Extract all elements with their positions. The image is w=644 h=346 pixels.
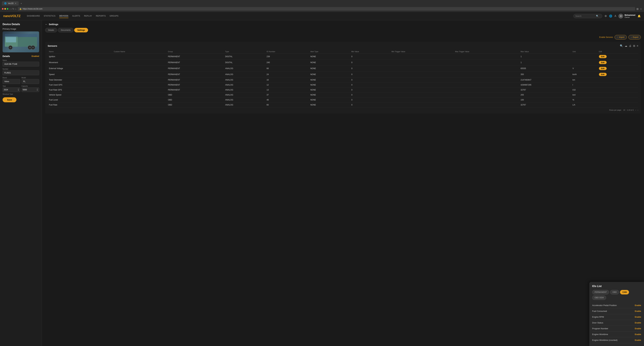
columns-icon[interactable]: ⊞ bbox=[633, 44, 635, 47]
cell-min-value: 0 bbox=[350, 54, 390, 60]
cell-max-value: 1 bbox=[520, 54, 571, 60]
cell-max-trigger bbox=[454, 93, 520, 98]
cell-unit: km/h bbox=[571, 72, 598, 78]
number-input[interactable] bbox=[2, 70, 39, 75]
forward-browser-btn[interactable]: › bbox=[11, 8, 12, 10]
cell-custom-name bbox=[112, 54, 167, 60]
edit-button[interactable]: Edit bbox=[599, 55, 607, 58]
home-btn[interactable]: ⌂ bbox=[15, 8, 16, 10]
bookmark-btn[interactable]: ☆ bbox=[640, 8, 642, 11]
cell-group: PERMANENT bbox=[167, 54, 224, 60]
minimize-window-btn[interactable] bbox=[4, 8, 6, 10]
user-info: M Mohammed Owner bbox=[618, 14, 635, 19]
nav-replay[interactable]: REPLAY bbox=[84, 14, 92, 18]
year-down-btn[interactable]: ▼ bbox=[18, 90, 19, 91]
browser-nav-btns: ‹ › ↻ ⌂ bbox=[10, 8, 16, 10]
ios-tab-obd-oem[interactable]: OBD OEM bbox=[592, 295, 606, 300]
ios-enable-button[interactable]: Enable bbox=[635, 327, 641, 330]
cell-min-trigger bbox=[390, 60, 454, 66]
maximize-window-btn[interactable] bbox=[7, 8, 8, 10]
notification-icon[interactable]: 🔔 bbox=[638, 15, 641, 18]
cell-unit: L/h bbox=[571, 102, 598, 107]
cell-type: ANALOG bbox=[224, 93, 265, 98]
ios-enable-button[interactable]: Enable bbox=[635, 339, 641, 341]
ios-enable-button[interactable]: Enable bbox=[635, 333, 641, 335]
ios-tab-permanent[interactable]: PERMANENT bbox=[592, 290, 609, 294]
translate-icon[interactable]: A bbox=[614, 15, 616, 18]
cell-group: OBD bbox=[167, 102, 224, 107]
traffic-lights bbox=[2, 8, 8, 10]
nav-dashboard[interactable]: DASHBOARD bbox=[27, 14, 40, 18]
capacity-down-btn[interactable]: ▼ bbox=[36, 90, 38, 91]
edit-button[interactable]: Edit bbox=[599, 61, 607, 64]
year-input-wrap[interactable]: ▲ ▼ bbox=[2, 88, 20, 92]
year-stepper[interactable]: ▲ ▼ bbox=[18, 88, 19, 91]
new-tab-btn[interactable]: + bbox=[19, 2, 23, 5]
print-icon[interactable]: 🖨 bbox=[629, 45, 632, 47]
tab-settings[interactable]: Settings bbox=[74, 28, 88, 32]
ios-tab-can[interactable]: CAN bbox=[620, 290, 629, 294]
capacity-stepper[interactable]: ▲ ▼ bbox=[36, 88, 38, 91]
tab-close-btn[interactable]: ✕ bbox=[15, 2, 16, 5]
import-button[interactable]: ↑ Import bbox=[614, 35, 627, 40]
export-button[interactable]: ↓ Export bbox=[628, 35, 641, 40]
back-settings-btn[interactable]: ← Settings bbox=[45, 23, 641, 26]
prev-page-btn[interactable]: ‹ bbox=[636, 109, 636, 111]
extensions-btn[interactable]: ⊞ bbox=[636, 8, 638, 11]
col-group: Group bbox=[167, 50, 224, 54]
ios-enable-button[interactable]: Enable bbox=[635, 310, 641, 312]
nav-alerts[interactable]: ALERTS bbox=[72, 14, 80, 18]
cell-max-trigger bbox=[454, 60, 520, 66]
details-title: Details bbox=[2, 55, 10, 58]
next-page-btn[interactable]: › bbox=[638, 109, 638, 111]
search-bar[interactable]: 🔍 bbox=[573, 14, 602, 18]
address-bar[interactable]: 🔒 https://www.vec3d.com bbox=[18, 7, 635, 11]
cell-custom-name bbox=[112, 102, 167, 107]
col-type: Type bbox=[224, 50, 265, 54]
nav-reports[interactable]: REPORTS bbox=[96, 14, 106, 18]
table-row: External Voltage PERMANENT ANALOG 66 NON… bbox=[48, 66, 638, 72]
back-browser-btn[interactable]: ‹ bbox=[10, 8, 10, 10]
cloud-icon[interactable]: ☁ bbox=[625, 44, 627, 47]
browser-tab[interactable]: 🌐 Vec3D ✕ bbox=[2, 1, 19, 6]
edit-button[interactable]: Edit bbox=[599, 73, 607, 76]
ios-tab-obd[interactable]: OBD bbox=[610, 290, 619, 294]
refresh-btn[interactable]: ↻ bbox=[12, 8, 14, 10]
save-button[interactable]: Save bbox=[2, 97, 16, 102]
settings-icon[interactable]: ⚙ bbox=[604, 15, 607, 18]
enable-sensors-link[interactable]: Enable Senores bbox=[599, 36, 613, 38]
model-input[interactable] bbox=[22, 79, 39, 84]
nav-groups[interactable]: GROUPS bbox=[110, 14, 118, 18]
cell-unit: km/ bbox=[571, 93, 598, 98]
cell-unit: V bbox=[571, 66, 598, 72]
nav-statistics[interactable]: STATISTICS bbox=[44, 14, 56, 18]
close-window-btn[interactable] bbox=[2, 8, 4, 10]
year-input[interactable] bbox=[4, 89, 14, 91]
ios-enable-button[interactable]: Enable bbox=[635, 316, 641, 318]
search-input[interactable] bbox=[576, 15, 595, 17]
edit-button[interactable]: Edit bbox=[599, 67, 607, 70]
filter-icon[interactable]: ≡ bbox=[637, 45, 638, 47]
nav-devices[interactable]: DEVICES bbox=[59, 14, 68, 18]
cell-edit bbox=[598, 102, 638, 107]
cell-max-value: 4294967295 bbox=[520, 83, 571, 88]
ios-item-name: Accelerator Pedal Position bbox=[592, 304, 617, 306]
capacity-input[interactable] bbox=[23, 89, 34, 91]
capacity-input-wrap[interactable]: ▲ ▼ bbox=[22, 88, 39, 92]
tab-documents[interactable]: Documents bbox=[58, 28, 74, 32]
cell-type: ANALOG bbox=[224, 88, 265, 93]
ios-item-name: Program Number bbox=[592, 327, 608, 330]
ios-enable-button[interactable]: Enable bbox=[635, 322, 641, 324]
name-input[interactable] bbox=[2, 62, 39, 67]
brand-input[interactable] bbox=[2, 79, 20, 84]
ios-enable-button[interactable]: Enable bbox=[635, 304, 641, 306]
tab-details[interactable]: Details bbox=[45, 28, 57, 32]
cell-group: PERMANENT bbox=[167, 72, 224, 78]
cell-max-trigger bbox=[454, 66, 520, 72]
globe-icon[interactable]: 🌐 bbox=[609, 15, 612, 18]
search-icon[interactable]: 🔍 bbox=[596, 15, 598, 17]
search-sensors-icon[interactable]: 🔍 bbox=[620, 44, 623, 47]
cell-min-value: 0 bbox=[350, 60, 390, 66]
sensors-title: Sensors bbox=[48, 45, 57, 47]
cell-name: Fuel Rate GPS bbox=[48, 88, 112, 93]
